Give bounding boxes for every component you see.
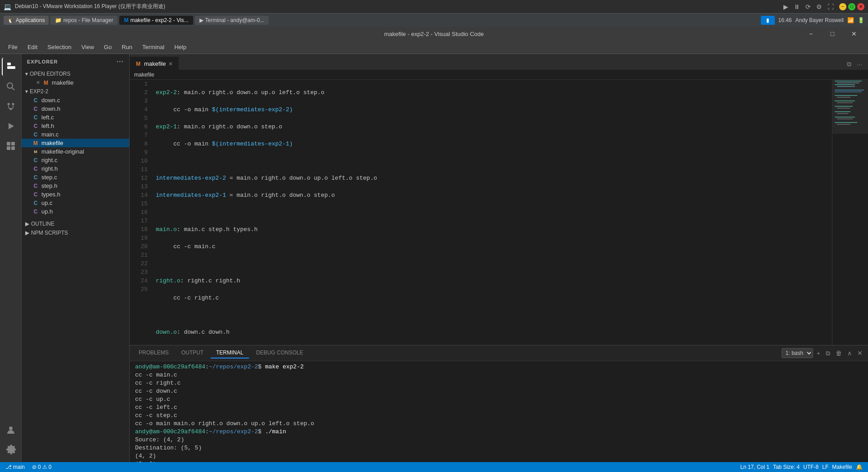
svg-point-2 — [7, 83, 13, 88]
activity-search[interactable] — [2, 77, 20, 95]
tab-filemanager[interactable]: 📁 repos - File Manager — [50, 16, 118, 25]
status-notifications[interactable]: 🔔 — [854, 464, 864, 470]
vscode-tab-label: makefile - exp2-2 - Vis... — [130, 17, 188, 23]
step-c-label: step.c — [41, 174, 57, 181]
applications-icon: 🐧 — [7, 17, 14, 23]
vscode-close-btn[interactable]: ✕ — [844, 27, 864, 41]
tab-vscode[interactable]: M makefile - exp2-2 - Vis... — [119, 16, 193, 25]
vm-close-btn[interactable]: ✕ — [857, 3, 864, 10]
position-label: Ln 17, Col 1 — [740, 464, 769, 470]
file-right-c[interactable]: C right.c — [22, 156, 129, 164]
section-open-editors[interactable]: ▾ OPEN EDITORS — [22, 69, 129, 78]
file-left-h[interactable]: C left.h — [22, 122, 129, 130]
clock: 16:46 — [778, 17, 792, 23]
status-encoding[interactable]: UTF-8 — [801, 464, 820, 470]
down-c-icon: C — [32, 97, 39, 104]
activity-explorer[interactable] — [2, 58, 20, 76]
terminal-split-btn[interactable]: ⧉ — [824, 349, 832, 358]
left-h-label: left.h — [41, 123, 54, 129]
activity-settings[interactable] — [2, 440, 20, 458]
vscode-window: makefile - exp2-2 - Visual Studio Code −… — [0, 27, 868, 472]
file-down-h[interactable]: C down.h — [22, 104, 129, 113]
tab-makefile-label: makefile — [144, 60, 166, 67]
activity-extensions[interactable] — [2, 137, 20, 155]
section-exp2-2[interactable]: ▾ EXP2-2 — [22, 87, 129, 96]
vscode-titlebar: makefile - exp2-2 - Visual Studio Code −… — [0, 27, 868, 41]
tab-problems[interactable]: PROBLEMS — [133, 348, 174, 359]
menu-view[interactable]: View — [77, 42, 99, 52]
editor-tab-actions: ⧉ ··· — [845, 59, 868, 70]
tab-debug-console[interactable]: DEBUG CONSOLE — [251, 348, 309, 359]
file-makefile[interactable]: M makefile — [22, 139, 129, 147]
file-types-h[interactable]: C types.h — [22, 190, 129, 199]
file-step-c[interactable]: C step.c — [22, 173, 129, 182]
menu-help[interactable]: Help — [170, 42, 191, 52]
more-actions-btn[interactable]: ··· — [854, 59, 864, 70]
file-makefile-original[interactable]: M makefile-original — [22, 147, 129, 156]
status-errors[interactable]: ⊘ 0 ⚠ 0 — [30, 464, 53, 470]
file-step-h[interactable]: C step.h — [22, 182, 129, 190]
vm-tool-settings[interactable]: ⚙ — [814, 2, 824, 11]
file-left-c[interactable]: C left.c — [22, 113, 129, 122]
status-tabsize[interactable]: Tab Size: 4 — [771, 464, 801, 470]
vm-minimize-btn[interactable]: − — [839, 3, 846, 10]
activity-debug[interactable] — [2, 117, 20, 135]
editor-tab-bar: M makefile ✕ ⧉ ··· — [130, 54, 868, 70]
menu-go[interactable]: Go — [99, 42, 116, 52]
vscode-title: makefile - exp2-2 - Visual Studio Code — [384, 31, 484, 37]
status-position[interactable]: Ln 17, Col 1 — [738, 464, 771, 470]
status-language[interactable]: Makefile — [830, 464, 854, 470]
topbar-active-btn[interactable]: ▮ — [761, 16, 775, 25]
vm-tool-reset[interactable]: ⟳ — [804, 2, 813, 11]
open-editor-makefile[interactable]: ✕ M makefile — [22, 78, 129, 87]
status-bar: ⎇ main ⊘ 0 ⚠ 0 Ln 17, Col 1 Tab Size: 4 … — [0, 462, 868, 472]
code-content[interactable]: exp2-2: main.o right.o down.o up.o left.… — [152, 80, 832, 345]
term-line-10: Source: (4, 2) — [135, 436, 863, 444]
activity-git[interactable] — [2, 97, 20, 115]
menu-selection[interactable]: Selection — [43, 42, 76, 52]
tab-terminal[interactable]: TERMINAL — [211, 348, 249, 359]
editor-tab-makefile[interactable]: M makefile ✕ — [130, 57, 179, 70]
tab-output[interactable]: OUTPUT — [176, 348, 209, 359]
terminal-add-btn[interactable]: + — [815, 349, 822, 358]
applications-menu[interactable]: 🐧 Applications — [4, 16, 49, 25]
close-makefile-icon[interactable]: ✕ — [36, 80, 40, 86]
terminal-shell-select[interactable]: 1: bash — [782, 348, 813, 358]
section-outline[interactable]: ▶ OUTLINE — [22, 219, 129, 228]
step-h-label: step.h — [41, 182, 57, 189]
terminal-collapse-btn[interactable]: ∧ — [845, 349, 854, 358]
menu-terminal[interactable]: Terminal — [138, 42, 169, 52]
terminal-content[interactable]: andy@am-000c29af6484:~/repos/exp2-2$ mak… — [130, 361, 868, 462]
app-topbar: 🐧 Applications 📁 repos - File Manager M … — [0, 14, 868, 27]
git-branch-label: main — [13, 464, 25, 470]
left-c-label: left.c — [41, 114, 54, 121]
section-npm-scripts[interactable]: ▶ NPM SCRIPTS — [22, 228, 129, 237]
tab-close-btn[interactable]: ✕ — [168, 61, 173, 67]
vscode-maximize-btn[interactable]: □ — [822, 27, 843, 41]
vm-tool-fullscreen[interactable]: ⛶ — [826, 2, 836, 11]
status-eol[interactable]: LF — [820, 464, 830, 470]
file-main-c[interactable]: C main.c — [22, 130, 129, 139]
menu-edit[interactable]: Edit — [23, 42, 42, 52]
terminal-tabs: PROBLEMS OUTPUT TERMINAL DEBUG CONSOLE 1… — [130, 345, 868, 361]
file-up-h[interactable]: C up.h — [22, 207, 129, 216]
vm-tool-pause[interactable]: ⏸ — [792, 2, 802, 11]
file-right-h[interactable]: C right.h — [22, 164, 129, 173]
vscode-window-controls: − □ ✕ — [800, 27, 868, 41]
menu-run[interactable]: Run — [117, 42, 137, 52]
vm-tool-player[interactable]: ▶ — [782, 2, 790, 11]
split-editor-btn[interactable]: ⧉ — [845, 59, 854, 70]
term-line-7: cc -c step.c — [135, 412, 863, 420]
file-up-c[interactable]: C up.c — [22, 199, 129, 207]
term-line-11: Destination: (5, 5) — [135, 444, 863, 452]
tab-terminal[interactable]: ▶ Terminal - andy@am-0... — [195, 16, 269, 25]
terminal-trash-btn[interactable]: 🗑 — [834, 349, 844, 358]
file-down-c[interactable]: C down.c — [22, 96, 129, 104]
terminal-close-btn[interactable]: ✕ — [855, 349, 864, 358]
status-git[interactable]: ⎇ main — [4, 464, 27, 470]
sidebar-more-btn[interactable]: ··· — [117, 58, 124, 66]
vm-maximize-btn[interactable]: □ — [848, 3, 855, 10]
activity-account[interactable] — [2, 421, 20, 439]
vscode-minimize-btn[interactable]: − — [800, 27, 821, 41]
menu-file[interactable]: File — [4, 42, 22, 52]
